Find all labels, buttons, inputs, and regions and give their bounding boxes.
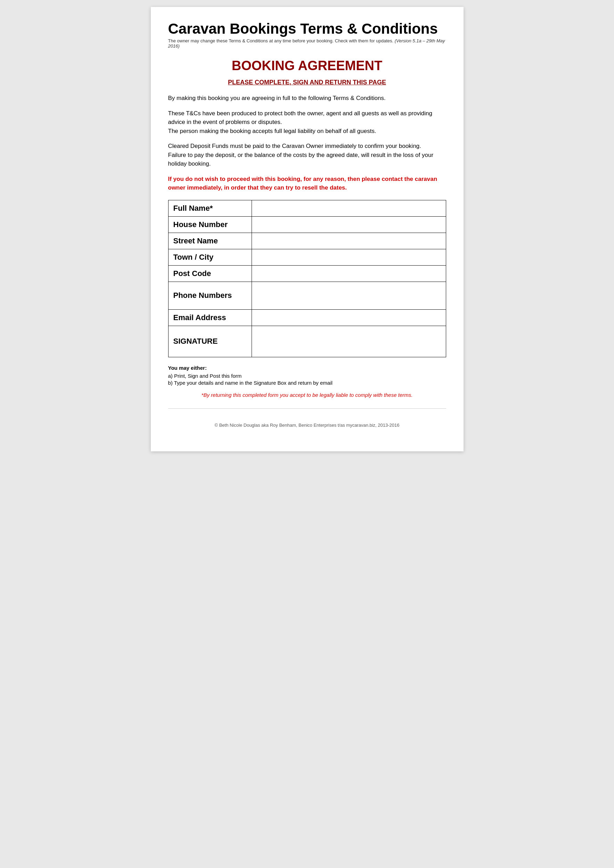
body-paragraph-2: These T&Cs have been produced to protect… <box>168 109 446 136</box>
table-row: Email Address <box>168 309 446 326</box>
list-item: b) Type your details and name in the Sig… <box>168 380 446 386</box>
table-row: Street Name <box>168 232 446 249</box>
body-paragraph-1: By making this booking you are agreeing … <box>168 94 446 103</box>
subtitle: The owner may change these Terms & Condi… <box>168 38 446 49</box>
red-warning-text: If you do not wish to proceed with this … <box>168 175 446 192</box>
field-value-street-name[interactable] <box>252 232 446 249</box>
table-row: Phone Numbers <box>168 282 446 309</box>
list-item: a) Print, Sign and Post this form <box>168 373 446 379</box>
instructions-section: You may either: a) Print, Sign and Post … <box>168 365 446 386</box>
instructions-list: a) Print, Sign and Post this form b) Typ… <box>168 373 446 386</box>
field-value-town-city[interactable] <box>252 249 446 265</box>
main-title: Caravan Bookings Terms & Conditions <box>168 21 446 37</box>
field-label-street-name: Street Name <box>168 232 252 249</box>
field-value-full-name[interactable] <box>252 200 446 216</box>
instructions-heading: You may either: <box>168 365 446 371</box>
field-label-signature: SIGNATURE <box>168 326 252 357</box>
field-label-post-code: Post Code <box>168 265 252 282</box>
table-row: Town / City <box>168 249 446 265</box>
field-label-town-city: Town / City <box>168 249 252 265</box>
field-label-phone-numbers: Phone Numbers <box>168 282 252 309</box>
table-row: Full Name* <box>168 200 446 216</box>
field-value-email-address[interactable] <box>252 309 446 326</box>
field-label-house-number: House Number <box>168 216 252 232</box>
booking-form-table: Full Name* House Number Street Name Town… <box>168 200 446 357</box>
footer-divider <box>168 408 446 409</box>
field-value-phone-numbers[interactable] <box>252 282 446 309</box>
table-row: Post Code <box>168 265 446 282</box>
field-value-house-number[interactable] <box>252 216 446 232</box>
body-paragraph-3: Cleared Deposit Funds must be paid to th… <box>168 142 446 168</box>
table-row: SIGNATURE <box>168 326 446 357</box>
field-label-full-name: Full Name* <box>168 200 252 216</box>
footer-text: © Beth Nicole Douglas aka Roy Benham, Be… <box>168 423 446 428</box>
please-complete-label: PLEASE COMPLETE, SIGN AND RETURN THIS PA… <box>168 79 446 86</box>
booking-agreement-title: BOOKING AGREEMENT <box>168 58 446 73</box>
page: Caravan Bookings Terms & Conditions The … <box>151 7 463 451</box>
legal-note: *By returning this completed form you ac… <box>168 392 446 398</box>
header-section: Caravan Bookings Terms & Conditions The … <box>168 21 446 49</box>
field-value-post-code[interactable] <box>252 265 446 282</box>
field-value-signature[interactable] <box>252 326 446 357</box>
field-label-email-address: Email Address <box>168 309 252 326</box>
table-row: House Number <box>168 216 446 232</box>
